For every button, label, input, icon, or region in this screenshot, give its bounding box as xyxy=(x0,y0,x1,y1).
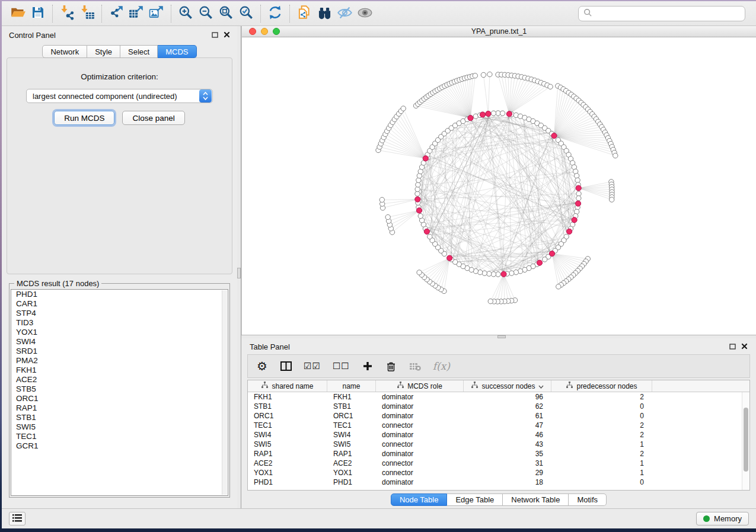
export-image-button[interactable] xyxy=(146,4,167,24)
mcds-result-item[interactable]: RAP1 xyxy=(11,403,228,413)
memory-button[interactable]: Memory xyxy=(696,512,749,525)
table-row[interactable]: ACE2ACE2connector311 xyxy=(248,459,749,468)
table-cell: ACE2 xyxy=(327,459,376,468)
mcds-result-item[interactable]: ACE2 xyxy=(11,375,228,384)
tab-network[interactable]: Network xyxy=(42,45,87,58)
column-header-name[interactable]: name xyxy=(327,380,376,392)
table-row[interactable]: RAP1RAP1dominator352 xyxy=(248,449,749,459)
search-input[interactable] xyxy=(596,9,740,18)
mcds-result-item[interactable]: TEC1 xyxy=(11,432,228,441)
table-row[interactable]: SWI5SWI5connector431 xyxy=(248,440,749,449)
table-scrollbar-thumb[interactable] xyxy=(744,408,748,472)
table-cell: dominator xyxy=(376,392,464,402)
table-row[interactable]: SWI4SWI4dominator462 xyxy=(248,430,749,440)
delete-column-icon[interactable] xyxy=(385,359,397,373)
close-panel-icon[interactable] xyxy=(741,342,748,351)
zoom-fit-icon xyxy=(218,5,234,22)
save-session-button[interactable] xyxy=(28,4,48,24)
optimization-select[interactable]: largest connected component (undirected) xyxy=(26,89,213,103)
refresh-view-button[interactable] xyxy=(265,4,285,24)
hide-eye-button[interactable] xyxy=(334,4,355,24)
zoom-fit-button[interactable] xyxy=(216,4,236,24)
column-header-successor-nodes[interactable]: successor nodes xyxy=(464,380,551,392)
birdseye-button[interactable] xyxy=(355,4,375,24)
add-column-icon[interactable] xyxy=(362,359,374,373)
tab-network-table[interactable]: Network Table xyxy=(503,493,569,506)
table-row[interactable]: STB1STB1dominator620 xyxy=(248,402,749,411)
mcds-list-scrollbar[interactable] xyxy=(222,290,227,495)
deselect-all-icon[interactable]: ☐☐ xyxy=(333,359,350,373)
memory-status-icon xyxy=(703,515,710,522)
tab-style[interactable]: Style xyxy=(87,45,120,58)
mcds-result-item[interactable]: PHD1 xyxy=(11,290,228,299)
column-header-shared-name[interactable]: shared name xyxy=(248,380,327,392)
run-mcds-button[interactable]: Run MCDS xyxy=(54,111,114,125)
clone-network-button[interactable] xyxy=(294,4,314,24)
import-network-button[interactable] xyxy=(57,4,77,24)
tab-motifs[interactable]: Motifs xyxy=(569,493,607,506)
mcds-result-item[interactable]: YOX1 xyxy=(11,328,228,337)
table-panel: Table Panel ⚙☑☑☐☐f(x) shared namenameMCD… xyxy=(241,338,756,508)
tab-mcds[interactable]: MCDS xyxy=(158,45,196,58)
save-session-icon xyxy=(31,5,45,21)
zoom-out-button[interactable] xyxy=(196,4,216,24)
mcds-result-item[interactable]: ORC1 xyxy=(11,394,228,403)
table-cell: dominator xyxy=(376,430,464,440)
float-panel-icon[interactable] xyxy=(729,342,736,351)
network-window-titlebar[interactable]: YPA_prune.txt_1 xyxy=(242,26,756,37)
splitter-handle[interactable] xyxy=(497,335,506,338)
float-panel-icon[interactable] xyxy=(212,31,218,40)
mcds-result-item[interactable]: PMA2 xyxy=(11,356,228,366)
close-panel-icon[interactable] xyxy=(224,31,230,40)
split-columns-icon[interactable] xyxy=(280,359,292,373)
table-cell: FKH1 xyxy=(248,392,327,402)
column-header-mcds-role[interactable]: MCDS role xyxy=(376,380,464,392)
mcds-result-list[interactable]: PHD1CAR1STP4TID3YOX1SWI4SRD1PMA2FKH1ACE2… xyxy=(11,289,228,496)
memory-label: Memory xyxy=(714,514,742,523)
column-header-predecessor-nodes[interactable]: predecessor nodes xyxy=(551,380,652,392)
find-binoculars-icon xyxy=(317,5,333,23)
network-canvas[interactable] xyxy=(242,37,756,335)
panel-list-button[interactable] xyxy=(9,512,25,525)
open-file-button[interactable] xyxy=(8,4,28,24)
tab-edge-table[interactable]: Edge Table xyxy=(447,493,503,506)
mcds-result-item[interactable]: STB5 xyxy=(11,384,228,394)
table-row[interactable]: ORC1ORC1dominator610 xyxy=(248,411,749,421)
zoom-in-button[interactable] xyxy=(176,4,196,24)
close-panel-button[interactable]: Close panel xyxy=(122,111,184,125)
tab-select[interactable]: Select xyxy=(120,45,158,58)
import-network-icon xyxy=(59,5,75,22)
table-cell: connector xyxy=(376,459,464,468)
table-row[interactable]: FKH1FKH1dominator962 xyxy=(248,392,749,402)
mcds-result-item[interactable]: STP4 xyxy=(11,309,228,318)
mcds-result-item[interactable]: FKH1 xyxy=(11,366,228,375)
zoom-selected-button[interactable] xyxy=(236,4,256,24)
column-settings-icon[interactable]: ⚙ xyxy=(256,359,268,373)
mcds-result-item[interactable]: SWI4 xyxy=(11,337,228,347)
mcds-result-item[interactable]: STB1 xyxy=(11,413,228,422)
horizontal-splitter[interactable] xyxy=(241,335,756,338)
shared-column-icon xyxy=(397,382,404,390)
tab-node-table[interactable]: Node Table xyxy=(391,493,448,506)
export-table-button[interactable] xyxy=(126,4,146,24)
table-row[interactable]: PHD1PHD1dominator180 xyxy=(248,477,749,487)
import-table-button[interactable] xyxy=(77,4,97,24)
table-row[interactable]: YOX1YOX1connector291 xyxy=(248,468,749,477)
mcds-result-item[interactable]: SWI5 xyxy=(11,422,228,432)
select-all-icon[interactable]: ☑☑ xyxy=(304,359,321,373)
network-graph[interactable] xyxy=(242,37,756,335)
mcds-result-item[interactable]: SRD1 xyxy=(11,347,228,356)
mcds-result-item[interactable]: TID3 xyxy=(11,318,228,328)
find-binoculars-button[interactable] xyxy=(314,4,334,24)
mcds-result-item[interactable]: CAR1 xyxy=(11,299,228,309)
splitter-handle[interactable] xyxy=(237,268,241,278)
mcds-result-item[interactable]: GCR1 xyxy=(11,441,228,451)
vertical-splitter[interactable] xyxy=(237,26,241,508)
export-network-button[interactable] xyxy=(106,4,126,24)
table-cell: connector xyxy=(376,421,464,430)
table-scrollbar[interactable] xyxy=(742,392,749,490)
table-row[interactable]: TEC1TEC1connector472 xyxy=(248,421,749,430)
column-header-label: MCDS role xyxy=(407,382,442,390)
table-cell: 1 xyxy=(551,459,652,468)
app-window: Control Panel NetworkStyleSelectMCDS Opt… xyxy=(2,1,756,528)
